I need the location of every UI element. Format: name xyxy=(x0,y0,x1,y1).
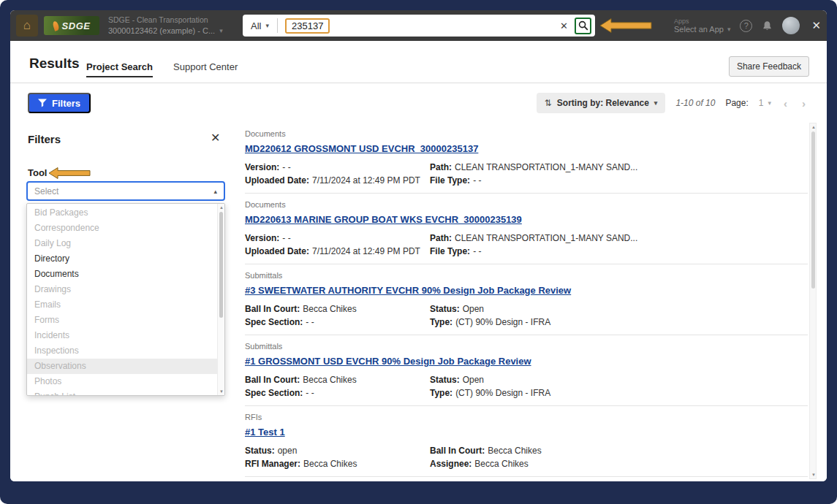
result-title-link[interactable]: #3 SWEETWATER AUTHORITY EVCHR 90% Design… xyxy=(245,285,571,296)
annotation-arrow-tool xyxy=(48,167,91,180)
field-label: Status: xyxy=(430,375,460,385)
result-category: Documents xyxy=(245,129,808,138)
field-value: - - xyxy=(282,233,290,243)
result-title-link[interactable]: #1 GROSSMONT USD EVCHR 90% Design Job Pa… xyxy=(245,356,531,367)
annotation-arrow-search xyxy=(599,18,652,34)
tab-support-center[interactable]: Support Center xyxy=(173,61,238,77)
field-label: Type: xyxy=(430,317,452,327)
field-label: RFI Manager: xyxy=(245,459,300,469)
tool-option: Observations xyxy=(27,359,224,374)
search-result: RFIs #1 Test 1 Status:open Ball In Court… xyxy=(245,406,808,477)
field-label: Spec Section: xyxy=(245,317,303,327)
close-filters-icon[interactable]: ✕ xyxy=(211,131,220,145)
field-label: Uploaded Date: xyxy=(245,175,309,186)
filters-panel-title: Filters xyxy=(28,133,61,145)
next-page-chevron[interactable]: › xyxy=(800,97,808,110)
share-feedback-button[interactable]: Share Feedback xyxy=(729,56,809,77)
field-label: File Type: xyxy=(430,175,470,186)
sdge-logo[interactable]: SDGE xyxy=(44,16,99,35)
field-label: Ball In Court: xyxy=(245,375,300,385)
search-scope-dropdown[interactable]: All ▾ xyxy=(243,15,277,37)
scroll-down-icon[interactable]: ▼ xyxy=(811,473,817,477)
search-result: Documents MD220613 MARINE GROUP BOAT WKS… xyxy=(245,194,808,264)
result-category: RFIs xyxy=(245,413,808,421)
result-fields: Status:open Ball In Court:Becca Chikes R… xyxy=(245,446,808,469)
result-fields: Version:- - Path:CLEAN TRANSPORTATION_1-… xyxy=(245,162,808,186)
field-value: Becca Chikes xyxy=(303,459,357,469)
funnel-icon xyxy=(38,99,47,107)
search-input[interactable]: 235137 xyxy=(285,18,330,34)
sorting-dropdown[interactable]: ⇅ Sorting by: Relevance ▾ xyxy=(537,93,666,113)
tool-select-combobox[interactable]: Select ▴ xyxy=(26,181,225,201)
results-list: Documents MD220612 GROSSMONT USD EVCHR_3… xyxy=(245,123,808,477)
dropdown-scrollbar[interactable]: ▲ ▼ xyxy=(217,204,224,395)
scroll-up-icon[interactable]: ▲ xyxy=(219,205,224,210)
filters-button[interactable]: Filters xyxy=(28,93,91,113)
scrollbar-thumb[interactable] xyxy=(811,131,815,289)
project-number: 30000123462 (example) - C... xyxy=(108,26,215,37)
top-navigation-bar: ⌂ SDGE SDGE - Clean Transportation 30000… xyxy=(10,10,827,41)
tool-option: Forms xyxy=(27,313,224,328)
search-submit-icon[interactable] xyxy=(575,18,591,34)
results-range: 1-10 of 10 xyxy=(675,98,715,108)
help-icon[interactable]: ? xyxy=(740,20,752,32)
field-label: Ball In Court: xyxy=(245,304,300,314)
search-results-modal: Results Project Search Support Center Sh… xyxy=(10,41,827,481)
app-launcher[interactable]: Apps Select an App ▾ xyxy=(674,18,730,34)
tool-select-placeholder: Select xyxy=(34,186,58,196)
scrollbar-thumb[interactable] xyxy=(219,212,223,318)
prev-page-chevron[interactable]: ‹ xyxy=(781,97,789,110)
field-value: - - xyxy=(473,246,481,256)
user-avatar[interactable] xyxy=(782,17,800,34)
result-title-link[interactable]: #1 Test 1 xyxy=(245,427,285,438)
scroll-down-icon[interactable]: ▼ xyxy=(219,389,224,394)
tool-option[interactable]: Documents xyxy=(27,267,224,282)
clear-search-icon[interactable]: ✕ xyxy=(553,20,575,31)
home-button[interactable]: ⌂ xyxy=(16,15,38,37)
field-label: Version: xyxy=(245,233,279,243)
page-value: 1 xyxy=(759,98,764,108)
field-value: - - xyxy=(306,388,314,398)
tool-option: Incidents xyxy=(27,328,224,343)
results-scrollbar[interactable]: ▲ ▼ xyxy=(809,123,817,479)
sorting-label: Sorting by: Relevance xyxy=(557,98,649,108)
page-title: Results xyxy=(29,56,80,72)
tool-option: Drawings xyxy=(27,282,224,297)
result-fields: Ball In Court:Becca Chikes Status:Open S… xyxy=(245,304,808,327)
tool-option: Bid Packages xyxy=(27,205,224,221)
tab-project-search[interactable]: Project Search xyxy=(86,61,153,77)
field-value: Becca Chikes xyxy=(488,446,541,456)
results-tabs: Project Search Support Center xyxy=(86,61,238,77)
app-window: ⌂ SDGE SDGE - Clean Transportation 30000… xyxy=(10,10,827,481)
result-fields: Ball In Court:Becca Chikes Status:Open S… xyxy=(245,375,808,398)
field-value: - - xyxy=(282,162,290,172)
chevron-down-icon: ▾ xyxy=(265,22,269,29)
tool-option: Photos xyxy=(27,374,224,389)
close-overlay-icon[interactable]: ✕ xyxy=(811,19,821,32)
result-title-link[interactable]: MD220613 MARINE GROUP BOAT WKS EVCHR_300… xyxy=(245,214,522,225)
apps-value: Select an App xyxy=(674,25,724,34)
window-frame: ⌂ SDGE SDGE - Clean Transportation 30000… xyxy=(0,0,837,504)
chevron-down-icon: ▾ xyxy=(768,99,771,107)
global-search-bar: All ▾ 235137 ✕ xyxy=(243,15,595,37)
result-category: Submittals xyxy=(245,342,808,351)
project-picker[interactable]: SDGE - Clean Transportation 30000123462 … xyxy=(108,15,223,37)
field-label: File Type: xyxy=(430,246,470,256)
notifications-bell-icon[interactable] xyxy=(762,20,773,31)
field-value: Becca Chikes xyxy=(474,459,528,469)
search-scope-value: All xyxy=(251,20,261,31)
tool-option[interactable]: Directory xyxy=(27,251,224,267)
tool-option: Punch List xyxy=(27,389,224,396)
field-value: CLEAN TRANSPORTATION_1-MANY SAND... xyxy=(455,233,637,243)
home-icon: ⌂ xyxy=(23,18,31,33)
chevron-down-icon: ▾ xyxy=(219,26,223,37)
tool-options-dropdown: Bid PackagesCorrespondenceDaily LogDirec… xyxy=(26,203,225,396)
result-title-link[interactable]: MD220612 GROSSMONT USD EVCHR_30000235137 xyxy=(245,143,478,154)
page-select-dropdown[interactable]: 1 ▾ xyxy=(759,98,771,108)
field-label: Status: xyxy=(430,304,460,314)
search-result: Documents MD220612 GROSSMONT USD EVCHR_3… xyxy=(245,123,808,194)
chevron-down-icon: ▾ xyxy=(654,99,658,107)
magnifier-icon xyxy=(578,20,588,31)
apps-label: Apps xyxy=(674,18,730,25)
scroll-up-icon[interactable]: ▲ xyxy=(811,125,817,129)
